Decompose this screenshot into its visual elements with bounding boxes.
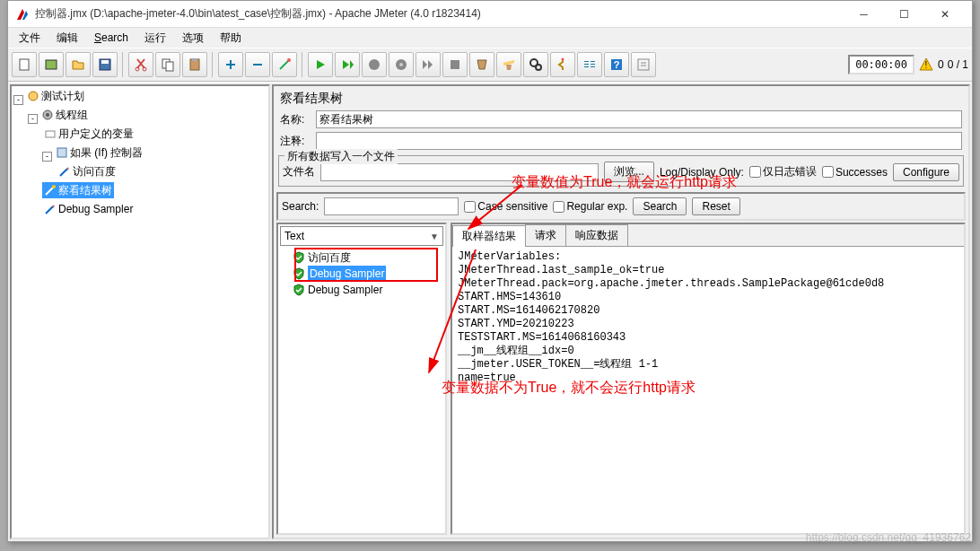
menu-search[interactable]: Search bbox=[87, 30, 136, 46]
results-tree[interactable]: 访问百度 Debug Sampler Debug Sampler bbox=[278, 248, 445, 533]
expand-button[interactable] bbox=[218, 52, 243, 77]
filename-label: 文件名 bbox=[283, 164, 315, 179]
panel-title: 察看结果树 bbox=[276, 89, 966, 109]
open-button[interactable] bbox=[66, 52, 91, 77]
svg-rect-26 bbox=[638, 59, 649, 70]
configure-button[interactable]: Configure bbox=[893, 163, 959, 181]
name-input[interactable] bbox=[316, 110, 962, 128]
comment-input[interactable] bbox=[316, 132, 962, 150]
paste-button[interactable] bbox=[182, 52, 207, 77]
svg-point-17 bbox=[562, 58, 564, 61]
toolbar-status: 00:00:00 ! 0 0 / 1 bbox=[848, 55, 968, 74]
toolbar: ? 00:00:00 ! 0 0 / 1 bbox=[8, 48, 972, 82]
expand-icon[interactable]: - bbox=[28, 114, 38, 124]
regex-checkbox[interactable]: Regular exp. bbox=[553, 200, 627, 213]
svg-rect-18 bbox=[584, 61, 589, 62]
copy-button[interactable] bbox=[155, 52, 180, 77]
svg-point-30 bbox=[46, 113, 49, 117]
tab-response[interactable]: 响应数据 bbox=[565, 224, 628, 246]
svg-rect-23 bbox=[591, 66, 595, 67]
errors-only-checkbox[interactable]: 仅日志错误 bbox=[749, 164, 817, 179]
shutdown-button[interactable] bbox=[389, 52, 414, 77]
svg-rect-14 bbox=[451, 60, 459, 69]
toggle-button[interactable] bbox=[272, 52, 297, 77]
browse-button[interactable]: 浏览... bbox=[604, 162, 654, 182]
svg-rect-9 bbox=[192, 58, 197, 61]
clear-all-button[interactable] bbox=[496, 52, 521, 77]
help-button[interactable]: ? bbox=[604, 52, 629, 77]
warning-icon: ! bbox=[918, 57, 934, 73]
expand-icon[interactable]: - bbox=[42, 152, 52, 162]
menu-options[interactable]: 选项 bbox=[175, 29, 211, 48]
tree-debug-sampler[interactable]: Debug Sampler bbox=[42, 201, 135, 217]
test-plan-tree[interactable]: -测试计划 -线程组 用户定义的变量 -如果 (If) 控制器 访问百度 bbox=[10, 84, 270, 539]
collapse-button[interactable] bbox=[245, 52, 270, 77]
maximize-button[interactable]: ☐ bbox=[884, 2, 924, 27]
tree-test-plan[interactable]: 测试计划 bbox=[25, 88, 86, 104]
svg-rect-1 bbox=[46, 60, 57, 69]
svg-point-28 bbox=[29, 92, 38, 101]
svg-rect-3 bbox=[101, 60, 109, 64]
cut-button[interactable] bbox=[128, 52, 153, 77]
result-item[interactable]: Debug Sampler bbox=[282, 282, 442, 298]
app-icon bbox=[15, 7, 30, 22]
remote-stop-button[interactable] bbox=[442, 52, 468, 77]
start-notimer-button[interactable] bbox=[335, 52, 360, 77]
svg-rect-22 bbox=[591, 64, 595, 65]
remote-start-button[interactable] bbox=[416, 52, 441, 77]
start-button[interactable] bbox=[308, 52, 333, 77]
minimize-button[interactable]: ─ bbox=[844, 2, 884, 27]
svg-text:!: ! bbox=[925, 60, 928, 70]
templates2-button[interactable] bbox=[631, 52, 656, 77]
result-text[interactable]: JMeterVariables: JMeterThread.last_sampl… bbox=[452, 247, 964, 533]
tab-request[interactable]: 请求 bbox=[525, 224, 566, 246]
find-button[interactable] bbox=[523, 52, 548, 77]
result-tabs: 取样器结果 请求 响应数据 bbox=[452, 224, 964, 247]
filename-input[interactable] bbox=[320, 163, 599, 181]
file-output-group: 所有数据写入一个文件 文件名 浏览... Log/Display Only: 仅… bbox=[278, 155, 964, 187]
thread-counts: 0 / 1 bbox=[948, 58, 968, 71]
menu-run[interactable]: 运行 bbox=[137, 29, 173, 48]
stop-button[interactable] bbox=[362, 52, 387, 77]
function-button[interactable] bbox=[550, 52, 575, 77]
successes-checkbox[interactable]: Successes bbox=[822, 166, 888, 179]
search-button[interactable]: Search bbox=[633, 197, 687, 215]
menu-file[interactable]: 文件 bbox=[12, 29, 48, 48]
close-button[interactable]: ✕ bbox=[924, 2, 965, 27]
tab-sampler-result[interactable]: 取样器结果 bbox=[452, 225, 526, 247]
tree-if-controller[interactable]: 如果 (If) 控制器 bbox=[54, 144, 144, 161]
new-button[interactable] bbox=[12, 52, 37, 77]
search-panel: Search: Case sensitive Regular exp. Sear… bbox=[276, 192, 966, 221]
menu-help[interactable]: 帮助 bbox=[213, 29, 249, 48]
window-title: 控制器.jmx (D:\apache-jmeter-4.0\bin\atest_… bbox=[35, 6, 844, 22]
clear-button[interactable] bbox=[469, 52, 494, 77]
logdisplay-label: Log/Display Only: bbox=[660, 166, 744, 179]
templates-button[interactable] bbox=[39, 52, 64, 77]
svg-point-33 bbox=[52, 185, 56, 188]
svg-rect-21 bbox=[591, 61, 595, 62]
results-detail-pane: 取样器结果 请求 响应数据 JMeterVariables: JMeterThr… bbox=[451, 223, 966, 535]
tree-user-vars[interactable]: 用户定义的变量 bbox=[42, 126, 136, 142]
renderer-combo[interactable]: Text bbox=[280, 226, 443, 246]
search-input[interactable] bbox=[324, 197, 459, 215]
menubar: 文件 编辑 Search 运行 选项 帮助 bbox=[8, 28, 972, 48]
tree-view-results-tree[interactable]: 察看结果树 bbox=[42, 182, 114, 198]
svg-point-13 bbox=[399, 63, 403, 66]
options-button[interactable] bbox=[577, 52, 602, 77]
expand-icon[interactable]: - bbox=[13, 95, 23, 105]
watermark: https://blog.csdn.net/qq_41936762 bbox=[806, 531, 971, 544]
result-item[interactable]: 访问百度 bbox=[282, 249, 442, 266]
tree-http-request[interactable]: 访问百度 bbox=[57, 163, 118, 179]
save-button[interactable] bbox=[92, 52, 118, 77]
menu-edit[interactable]: 编辑 bbox=[49, 29, 85, 48]
comment-label: 注释: bbox=[280, 134, 311, 149]
result-item[interactable]: Debug Sampler bbox=[282, 266, 442, 282]
main-split: -测试计划 -线程组 用户定义的变量 -如果 (If) 控制器 访问百度 bbox=[8, 82, 972, 541]
svg-point-10 bbox=[287, 58, 291, 62]
tree-thread-group[interactable]: 线程组 bbox=[39, 107, 90, 123]
main-window: 控制器.jmx (D:\apache-jmeter-4.0\bin\atest_… bbox=[7, 0, 973, 542]
svg-rect-20 bbox=[584, 66, 589, 67]
reset-button[interactable]: Reset bbox=[692, 197, 739, 215]
results-tree-pane: Text 访问百度 Debug Sampler Debug Sampler bbox=[276, 223, 447, 535]
case-sensitive-checkbox[interactable]: Case sensitive bbox=[464, 200, 547, 213]
